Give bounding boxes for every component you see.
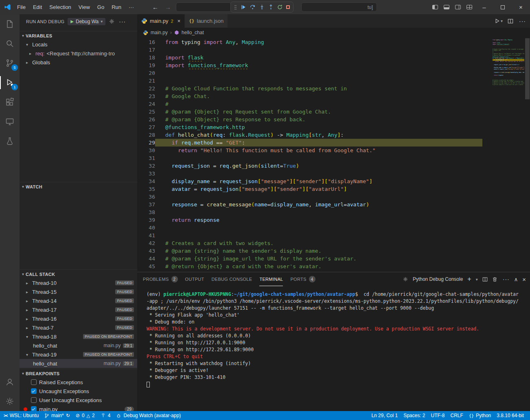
- code-line[interactable]: 39 return response: [137, 216, 482, 224]
- remote-explorer-icon[interactable]: [0, 112, 20, 131]
- code-line[interactable]: 16from typing import Any, Mapping: [137, 38, 482, 46]
- tab-launch-json[interactable]: {} launch.json: [185, 14, 228, 28]
- source-control-icon[interactable]: 5: [0, 53, 20, 73]
- close-tab-icon[interactable]: ×: [177, 18, 181, 24]
- code-line[interactable]: 23# Google Chat.: [137, 92, 482, 100]
- code-line[interactable]: 32 request_json = req.get_json(silent=Tr…: [137, 162, 482, 170]
- explorer-icon[interactable]: [0, 14, 20, 34]
- git-branch-indicator[interactable]: main* ↻: [42, 411, 73, 420]
- indentation[interactable]: Spaces: 2: [401, 411, 428, 420]
- terminal-profile-label[interactable]: Python Debug Console: [413, 276, 463, 282]
- command-center-title[interactable]: tu]: [301, 2, 377, 12]
- menu-go[interactable]: Go: [94, 0, 108, 14]
- callstack-frame[interactable]: hello_chatmain.py29:1: [20, 359, 137, 368]
- code-line[interactable]: 44# @param {string} image_url the URL fo…: [137, 255, 482, 262]
- code-line[interactable]: 18import flask: [137, 54, 482, 61]
- maximize-panel-icon[interactable]: ∧: [514, 276, 518, 282]
- panel-tab-debug-console[interactable]: DEBUG CONSOLE: [212, 272, 252, 286]
- code-line[interactable]: 42# Creates a card with two widgets.: [137, 239, 482, 247]
- breadcrumb-symbol[interactable]: hello_chat: [182, 30, 204, 35]
- callstack-thread[interactable]: ▸Thread-17PAUSED: [20, 305, 137, 314]
- split-editor-icon[interactable]: [508, 18, 513, 24]
- callstack-thread[interactable]: ▸Thread-14PAUSED: [20, 296, 137, 305]
- code-line[interactable]: 30 return "Hello! This function must be …: [137, 147, 482, 154]
- code-editor[interactable]: 16from typing import Any, Mapping1718imp…: [137, 37, 530, 272]
- callstack-frame[interactable]: hello_chatmain.py29:1: [20, 341, 137, 350]
- new-terminal-icon[interactable]: +: [467, 276, 471, 283]
- customize-layout-icon[interactable]: [464, 0, 475, 14]
- panel-tab-terminal[interactable]: TERMINAL: [259, 272, 283, 286]
- sidebar-more-actions-icon[interactable]: ···: [119, 18, 126, 25]
- code-line[interactable]: 35 avatar = request_json["message"]["sen…: [137, 185, 482, 193]
- breadcrumb-file[interactable]: main.py: [151, 30, 168, 35]
- language-mode[interactable]: {} Python: [466, 411, 494, 420]
- continue-button[interactable]: [241, 4, 246, 10]
- breakpoint-checkbox[interactable]: [31, 397, 37, 403]
- menu-edit[interactable]: Edit: [29, 0, 46, 14]
- code-line[interactable]: 37 response = create_message(name=displa…: [137, 201, 482, 208]
- kill-terminal-icon[interactable]: [492, 276, 497, 282]
- run-python-file-icon[interactable]: ▾: [495, 18, 503, 24]
- panel-more-actions-icon[interactable]: ···: [503, 276, 510, 282]
- code-line[interactable]: 22# Google Cloud Function that responds …: [137, 85, 482, 92]
- callstack-thread[interactable]: ▾Thread-19PAUSED ON BREAKPOINT: [20, 350, 137, 359]
- cursor-position[interactable]: Ln 29, Col 1: [368, 411, 401, 420]
- breakpoint-item[interactable]: Raised Exceptions: [20, 378, 137, 387]
- command-center-search[interactable]: [176, 2, 232, 12]
- search-icon[interactable]: [0, 34, 20, 53]
- python-interpreter[interactable]: 3.8.10 64-bit: [494, 411, 527, 420]
- breakpoint-checkbox[interactable]: [31, 406, 37, 411]
- step-over-button[interactable]: [250, 4, 256, 10]
- breakpoint-checkbox[interactable]: [31, 379, 37, 385]
- close-panel-icon[interactable]: ×: [522, 276, 526, 283]
- problems-indicator[interactable]: ⊘ 0 △ 2: [73, 411, 98, 420]
- forward-arrow-icon[interactable]: →: [165, 4, 171, 11]
- debug-config-dropdown[interactable]: ▶ Debug Wa ▾: [68, 18, 105, 25]
- extensions-icon[interactable]: [0, 92, 20, 112]
- panel-tab-problems[interactable]: PROBLEMS2: [143, 272, 178, 286]
- account-icon[interactable]: [0, 372, 20, 392]
- callstack-thread[interactable]: ▸Thread-7PAUSED: [20, 323, 137, 332]
- code-line[interactable]: 28def hello_chat(req: flask.Request) -> …: [137, 131, 482, 139]
- code-line[interactable]: 38: [137, 208, 482, 216]
- panel-tab-ports[interactable]: PORTS4: [290, 272, 315, 286]
- drag-handle-icon[interactable]: [234, 4, 237, 10]
- menu-view[interactable]: View: [75, 0, 94, 14]
- menu-file[interactable]: File: [13, 0, 29, 14]
- toggle-panel-icon[interactable]: [441, 0, 452, 14]
- code-line[interactable]: 36: [137, 193, 482, 201]
- testing-flask-icon[interactable]: [0, 131, 20, 151]
- code-line[interactable]: 27@functions_framework.http: [137, 123, 482, 131]
- split-terminal-icon[interactable]: [482, 277, 488, 282]
- callstack-thread[interactable]: ▸Thread-16PAUSED: [20, 314, 137, 323]
- breakpoint-item[interactable]: Uncaught Exceptions: [20, 387, 137, 396]
- code-line[interactable]: 34 display_name = request_json["message"…: [137, 177, 482, 185]
- remote-indicator[interactable]: >< WSL: Ubuntu: [1, 411, 42, 420]
- variables-scope-locals[interactable]: ▾ Locals: [20, 40, 137, 49]
- code-line[interactable]: 40: [137, 224, 482, 232]
- toggle-secondary-sidebar-icon[interactable]: [452, 0, 464, 14]
- code-line[interactable]: 26# @param {Object} res Response to send…: [137, 116, 482, 123]
- code-line[interactable]: 33: [137, 170, 482, 177]
- code-line[interactable]: 24#: [137, 100, 482, 108]
- eol-sequence[interactable]: CRLF: [448, 411, 466, 420]
- variables-header[interactable]: ▾ VARIABLES: [20, 31, 137, 40]
- menu-run[interactable]: Run: [108, 0, 125, 14]
- code-line[interactable]: 19import functions_framework: [137, 61, 482, 69]
- restart-button[interactable]: [277, 4, 283, 10]
- forwarded-ports-indicator[interactable]: 4: [98, 411, 114, 420]
- watch-header[interactable]: ▾ WATCH: [20, 182, 137, 191]
- run-and-debug-icon[interactable]: 1: [0, 73, 20, 92]
- menu-[interactable]: ···: [125, 0, 138, 14]
- callstack-thread[interactable]: ▸Thread-10PAUSED: [20, 278, 137, 287]
- maximize-button[interactable]: [493, 0, 512, 14]
- back-arrow-icon[interactable]: ←: [152, 4, 158, 11]
- callstack-thread[interactable]: ▸Thread-15PAUSED: [20, 287, 137, 296]
- step-out-button[interactable]: [268, 4, 274, 10]
- close-button[interactable]: ×: [512, 0, 530, 14]
- breakpoint-item[interactable]: User Uncaught Exceptions: [20, 396, 137, 405]
- code-line[interactable]: 45# @return {Object} a card with the use…: [137, 262, 482, 270]
- minimize-button[interactable]: –: [475, 0, 493, 14]
- editor-scrollbar[interactable]: [525, 38, 530, 99]
- code-line[interactable]: 43# @param {string} name the sender's di…: [137, 247, 482, 255]
